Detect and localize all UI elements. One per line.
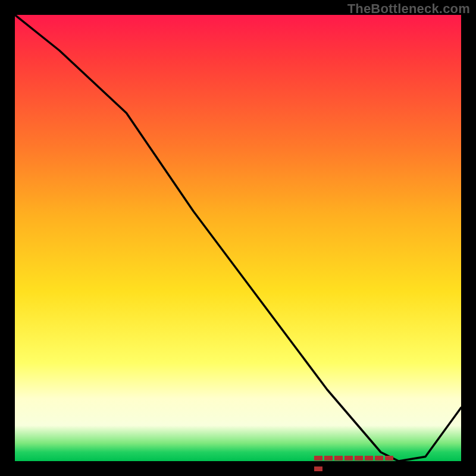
plot-frame	[15, 15, 461, 461]
chart-container: TheBottleneck.com	[0, 0, 476, 476]
line-plot	[15, 15, 461, 461]
watermark-text: TheBottleneck.com	[347, 1, 470, 17]
bottleneck-curve-path	[15, 15, 461, 461]
target-range-marker	[314, 452, 403, 457]
